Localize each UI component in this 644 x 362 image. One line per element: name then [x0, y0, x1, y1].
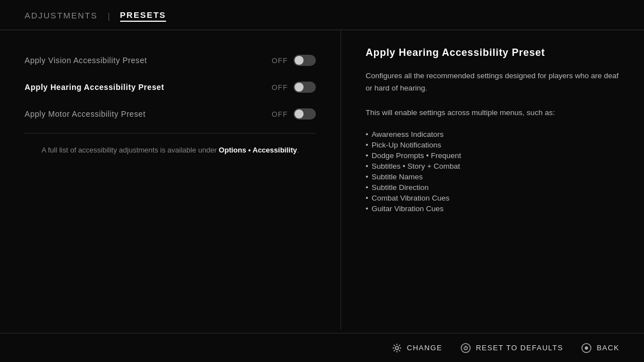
toggle-container-motor: OFF	[272, 108, 316, 120]
feature-list-item-1: Pick-Up Notifications	[366, 141, 619, 149]
preset-item-motor[interactable]: Apply Motor Accessibility PresetOFF	[25, 101, 316, 127]
change-button[interactable]: CHANGE	[391, 342, 442, 354]
feature-list-item-7: Guitar Vibration Cues	[366, 204, 619, 213]
info-text-before: A full list of accessibility adjustments…	[41, 146, 219, 154]
preset-list: Apply Vision Accessibility PresetOFFAppl…	[25, 47, 316, 127]
feature-list-item-5: Subtitle Direction	[366, 183, 619, 192]
bottom-bar: CHANGE RESET TO DEFAULTS BACK	[0, 333, 644, 362]
preset-item-vision[interactable]: Apply Vision Accessibility PresetOFF	[25, 47, 316, 74]
reset-icon	[460, 342, 471, 354]
preset-item-hearing[interactable]: Apply Hearing Accessibility PresetOFF	[25, 74, 316, 101]
toggle-label-vision: OFF	[272, 56, 288, 65]
change-label: CHANGE	[407, 344, 442, 352]
toggle-container-vision: OFF	[272, 55, 316, 66]
panel-feature-list: Awareness IndicatorsPick-Up Notification…	[366, 130, 619, 213]
toggle-switch-vision[interactable]	[293, 55, 316, 66]
preset-label-vision: Apply Vision Accessibility Preset	[25, 56, 147, 65]
right-panel: Apply Hearing Accessibility Preset Confi…	[341, 30, 644, 330]
change-icon	[391, 342, 402, 354]
info-text-after: .	[297, 146, 299, 154]
left-panel: Apply Vision Accessibility PresetOFFAppl…	[0, 30, 341, 330]
feature-list-item-2: Dodge Prompts • Frequent	[366, 151, 619, 160]
feature-list-item-6: Combat Vibration Cues	[366, 194, 619, 202]
separator	[25, 133, 316, 134]
toggle-switch-motor[interactable]	[293, 108, 316, 120]
main-content: Apply Vision Accessibility PresetOFFAppl…	[0, 30, 644, 330]
back-icon	[581, 342, 592, 354]
toggle-switch-hearing[interactable]	[293, 82, 316, 93]
nav-presets[interactable]: PRESETS	[120, 10, 167, 22]
top-nav: ADJUSTMENTS | PRESETS	[0, 0, 644, 30]
panel-list-intro: This will enable settings across multipl…	[366, 108, 619, 117]
svg-point-0	[395, 346, 398, 349]
back-label: BACK	[596, 344, 619, 352]
options-accessibility-link[interactable]: Options • Accessibility	[219, 146, 297, 154]
feature-list-item-3: Subtitles • Story + Combat	[366, 162, 619, 170]
feature-list-item-0: Awareness Indicators	[366, 130, 619, 139]
svg-point-3	[585, 346, 588, 350]
back-button[interactable]: BACK	[581, 342, 619, 354]
panel-title: Apply Hearing Accessibility Preset	[366, 47, 619, 59]
info-text: A full list of accessibility adjustments…	[25, 145, 316, 156]
preset-label-motor: Apply Motor Accessibility Preset	[25, 109, 145, 118]
nav-adjustments[interactable]: ADJUSTMENTS	[25, 11, 98, 21]
reset-label: RESET TO DEFAULTS	[476, 344, 563, 352]
toggle-container-hearing: OFF	[272, 82, 316, 93]
toggle-label-motor: OFF	[272, 110, 288, 118]
panel-description: Configures all the recommended settings …	[366, 70, 619, 94]
preset-label-hearing: Apply Hearing Accessibility Preset	[25, 83, 164, 92]
feature-list-item-4: Subtitle Names	[366, 173, 619, 181]
reset-button[interactable]: RESET TO DEFAULTS	[460, 342, 563, 354]
toggle-label-hearing: OFF	[272, 83, 288, 92]
nav-divider: |	[108, 11, 110, 21]
